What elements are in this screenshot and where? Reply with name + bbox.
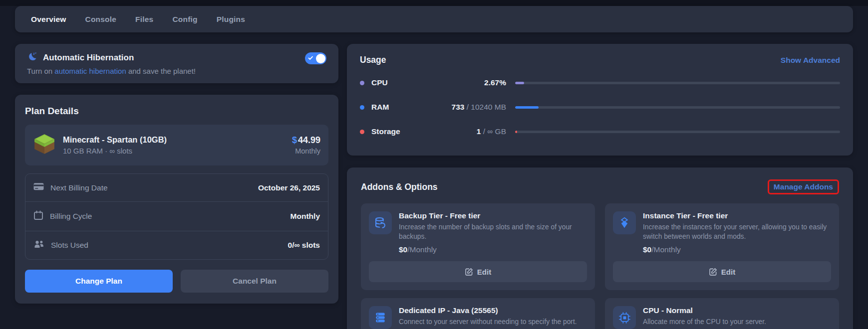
ram-dot-icon — [360, 105, 364, 110]
moon-icon: z z — [27, 51, 38, 64]
billing-value: Monthly — [290, 212, 320, 221]
top-nav: Overview Console Files Config Plugins — [15, 6, 853, 32]
tab-plugins[interactable]: Plugins — [217, 15, 245, 24]
meter-value-muted: / 10240 MB — [464, 103, 506, 111]
plan-details-card: Plan Details Minecraft - Spartan (10GB) … — [15, 95, 338, 304]
addon-title: CPU - Normal — [643, 306, 766, 315]
svg-text:z: z — [33, 52, 34, 55]
billing-row-cycle: Billing Cycle Monthly — [25, 202, 328, 231]
addon-description: Increase the instances for your server, … — [643, 222, 831, 241]
addon-price-cycle: /Monthly — [651, 245, 681, 254]
right-column: Usage Show Advanced CPU 2.67% RAM 733 / … — [347, 44, 853, 329]
change-plan-button[interactable]: Change Plan — [25, 270, 173, 293]
addon-price: $0 — [643, 245, 651, 254]
tab-console[interactable]: Console — [85, 15, 117, 24]
hibernation-desc-prefix: Turn on — [27, 67, 54, 75]
addons-options-card: Addons & Options Manage Addons — [347, 167, 853, 329]
pencil-icon — [709, 268, 717, 276]
addon-description: Allocate more of the CPU to your server. — [643, 317, 766, 327]
show-advanced-link[interactable]: Show Advanced — [781, 56, 840, 65]
addon-card-cpu: CPU - Normal Allocate more of the CPU to… — [605, 298, 839, 329]
meter-value: 2.67% — [484, 78, 506, 87]
addon-title: Dedicated IP - Java (25565) — [399, 306, 577, 315]
hibernation-desc-suffix: and save the planet! — [126, 67, 196, 75]
usage-title: Usage — [360, 55, 386, 65]
edit-backup-tier-button[interactable]: Edit — [369, 261, 587, 282]
billing-row-slots: Slots Used 0/∞ slots — [25, 231, 328, 259]
hibernation-link[interactable]: automatic hibernation — [54, 67, 126, 75]
svg-text:z: z — [35, 51, 37, 54]
addon-card-backup-tier: Backup Tier - Free tier Increase the num… — [361, 203, 595, 290]
tab-files[interactable]: Files — [135, 15, 153, 24]
billing-row-next-date: Next Billing Date October 26, 2025 — [25, 174, 328, 202]
credit-card-icon — [33, 182, 44, 193]
plan-specs: 10 GB RAM · ∞ slots — [63, 147, 167, 155]
ram-progress-fill — [515, 106, 539, 109]
addon-card-dedicated-ip: Dedicated IP - Java (25565) Connect to y… — [361, 298, 595, 329]
annotation-highlight-box: Manage Addons — [768, 179, 839, 194]
cpu-dot-icon — [360, 81, 364, 85]
manage-addons-link[interactable]: Manage Addons — [774, 182, 833, 191]
addon-price-cycle: /Monthly — [407, 245, 437, 254]
meter-label: Storage — [371, 127, 417, 136]
users-icon — [33, 240, 44, 251]
meter-label: RAM — [371, 103, 417, 112]
tab-overview[interactable]: Overview — [31, 15, 66, 24]
meter-value-muted: / ∞ GB — [481, 127, 506, 136]
addon-title: Instance Tier - Free tier — [643, 211, 831, 220]
hibernation-title: Automatic Hibernation — [43, 53, 134, 63]
price-cycle: Monthly — [292, 147, 320, 155]
plan-name: Minecraft - Spartan (10GB) — [63, 135, 167, 145]
billing-label: Billing Cycle — [50, 212, 92, 221]
edit-button-label: Edit — [721, 268, 735, 276]
price-amount: 44.99 — [298, 135, 320, 145]
hibernation-description: Turn on automatic hibernation and save t… — [27, 67, 326, 75]
meter-value: 733 — [452, 103, 465, 111]
meter-label: CPU — [371, 78, 417, 87]
toggle-knob — [316, 54, 325, 63]
addon-price: $0 — [399, 245, 407, 254]
top-strip — [0, 0, 868, 6]
calendar-icon — [33, 210, 43, 222]
addon-description: Increase the number of backup slots and … — [399, 222, 587, 241]
cpu-meter: CPU 2.67% — [360, 78, 840, 87]
storage-meter: Storage 1 / ∞ GB — [360, 127, 840, 136]
plan-summary-row: Minecraft - Spartan (10GB) 10 GB RAM · ∞… — [25, 125, 328, 165]
tab-config[interactable]: Config — [172, 15, 197, 24]
left-column: z z Automatic Hibernation Turn on automa… — [15, 44, 338, 304]
check-icon — [308, 55, 313, 61]
cpu-progress-fill — [515, 82, 524, 84]
addon-grid: Backup Tier - Free tier Increase the num… — [361, 203, 839, 329]
billing-label: Slots Used — [51, 241, 88, 250]
addons-title: Addons & Options — [361, 182, 438, 192]
storage-progress-fill — [515, 131, 517, 133]
billing-value: October 26, 2025 — [258, 183, 320, 192]
minecraft-grass-block-icon — [33, 133, 56, 158]
usage-card: Usage Show Advanced CPU 2.67% RAM 733 / … — [347, 44, 853, 156]
automatic-hibernation-card: z z Automatic Hibernation Turn on automa… — [15, 44, 338, 83]
cpu-progress-bar — [515, 82, 840, 84]
edit-button-label: Edit — [477, 268, 491, 276]
addon-description: Connect to your server without needing t… — [399, 317, 577, 327]
instance-icon — [613, 211, 636, 234]
addon-title: Backup Tier - Free tier — [399, 211, 587, 220]
storage-dot-icon — [360, 130, 364, 134]
addon-card-instance-tier: Instance Tier - Free tier Increase the i… — [605, 203, 839, 290]
edit-instance-tier-button[interactable]: Edit — [613, 261, 831, 282]
ram-progress-bar — [515, 106, 840, 109]
server-stack-icon — [369, 306, 392, 329]
cancel-plan-button[interactable]: Cancel Plan — [181, 270, 328, 293]
billing-label: Next Billing Date — [50, 183, 108, 192]
main-content: z z Automatic Hibernation Turn on automa… — [0, 32, 868, 329]
billing-value: 0/∞ slots — [288, 241, 320, 250]
hibernation-toggle[interactable] — [305, 52, 326, 64]
backup-icon — [369, 211, 392, 234]
plan-details-title: Plan Details — [25, 106, 328, 117]
billing-list: Next Billing Date October 26, 2025 Billi… — [25, 173, 328, 260]
ram-meter: RAM 733 / 10240 MB — [360, 103, 840, 112]
cpu-chip-icon — [613, 306, 636, 329]
plan-price: $44.99 Monthly — [292, 135, 320, 155]
pencil-icon — [465, 268, 473, 276]
storage-progress-bar — [515, 131, 840, 133]
price-currency: $ — [292, 135, 297, 145]
